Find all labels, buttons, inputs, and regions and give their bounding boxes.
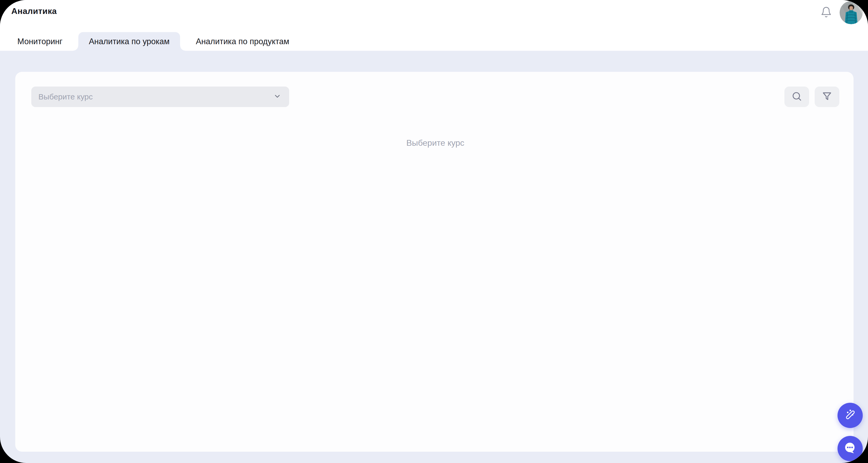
app-window: Аналитика xyxy=(0,0,868,463)
filter-button[interactable] xyxy=(815,87,839,107)
tab-label: Мониторинг xyxy=(17,37,63,46)
magic-wand-icon xyxy=(843,408,857,423)
chat-support-button[interactable] xyxy=(838,436,863,461)
tab-bar: Мониторинг Аналитика по урокам Аналитика… xyxy=(7,32,300,51)
ai-assistant-button[interactable] xyxy=(838,403,863,428)
tab-label: Аналитика по урокам xyxy=(89,37,169,46)
tab-monitoring[interactable]: Мониторинг xyxy=(7,32,73,51)
search-button[interactable] xyxy=(784,87,809,107)
toolbar: Выберите курс xyxy=(31,87,839,107)
tab-label: Аналитика по продуктам xyxy=(196,37,289,46)
course-select-placeholder: Выберите курс xyxy=(38,92,93,101)
avatar[interactable] xyxy=(840,1,863,24)
course-select[interactable]: Выберите курс xyxy=(31,87,289,107)
search-icon xyxy=(791,91,802,103)
notifications-button[interactable] xyxy=(820,7,832,19)
empty-state-message: Выберите курс xyxy=(31,138,839,148)
chat-icon xyxy=(843,441,857,456)
filter-icon xyxy=(822,91,833,103)
page-title: Аналитика xyxy=(11,7,57,15)
analytics-card: Выберите курс xyxy=(15,72,854,452)
content-area: Выберите курс xyxy=(0,51,868,463)
bell-icon xyxy=(820,6,832,19)
chevron-down-icon xyxy=(273,92,281,101)
toolbar-actions xyxy=(784,87,839,107)
tab-products-analytics[interactable]: Аналитика по продуктам xyxy=(185,32,300,51)
header-actions xyxy=(820,0,863,25)
header: Аналитика xyxy=(0,0,868,51)
tab-lessons-analytics[interactable]: Аналитика по урокам xyxy=(78,32,180,51)
